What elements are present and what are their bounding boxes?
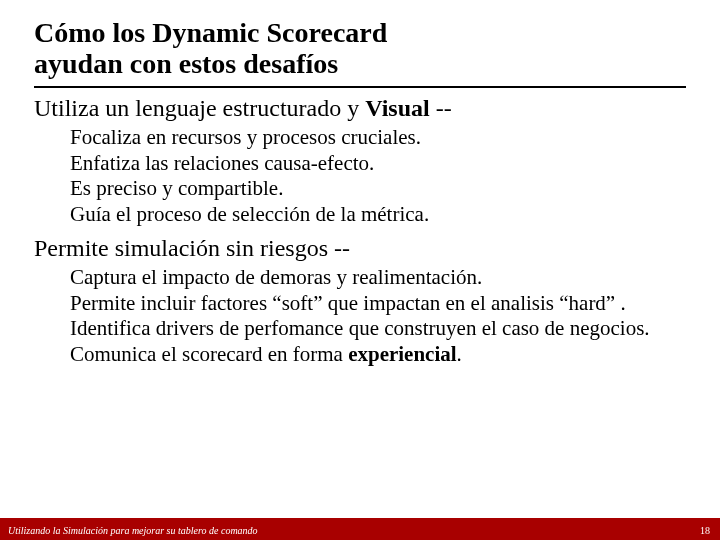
list-item: Identifica drivers de perfomance que con…	[70, 316, 686, 342]
slide: Cómo los Dynamic Scorecard ayudan con es…	[0, 0, 720, 540]
slide-title: Cómo los Dynamic Scorecard ayudan con es…	[34, 18, 387, 80]
title-line-1: Cómo los Dynamic Scorecard	[34, 17, 387, 48]
section2-last-pre: Comunica el scorecard en forma	[70, 342, 348, 366]
list-item: Guía el proceso de selección de la métri…	[70, 202, 686, 228]
footer-text: Utilizando la Simulación para mejorar su…	[8, 525, 258, 536]
list-item: Focaliza en recursos y procesos cruciale…	[70, 125, 686, 151]
list-item: Permite incluir factores “soft” que impa…	[70, 291, 686, 317]
section1-lead-bold: Visual	[365, 95, 429, 121]
section1-items: Focaliza en recursos y procesos cruciale…	[70, 125, 686, 227]
page-number: 18	[700, 525, 710, 536]
section2-lead: Permite simulación sin riesgos --	[34, 234, 686, 263]
list-item: Es preciso y compartible.	[70, 176, 686, 202]
section1-lead-post: --	[430, 95, 452, 121]
slide-body: Utiliza un lenguaje estructurado y Visua…	[34, 94, 686, 367]
list-item: Comunica el scorecard en forma experienc…	[70, 342, 686, 368]
section2-last-post: .	[457, 342, 462, 366]
list-item: Enfatiza las relaciones causa-efecto.	[70, 151, 686, 177]
section1-lead-pre: Utiliza un lenguaje estructurado y	[34, 95, 365, 121]
section1-lead: Utiliza un lenguaje estructurado y Visua…	[34, 94, 686, 123]
section2-last-bold: experiencial	[348, 342, 456, 366]
list-item: Captura el impacto de demoras y realimen…	[70, 265, 686, 291]
section2-items: Captura el impacto de demoras y realimen…	[70, 265, 686, 367]
title-line-2: ayudan con estos desafíos	[34, 48, 338, 79]
title-underline	[34, 86, 686, 88]
